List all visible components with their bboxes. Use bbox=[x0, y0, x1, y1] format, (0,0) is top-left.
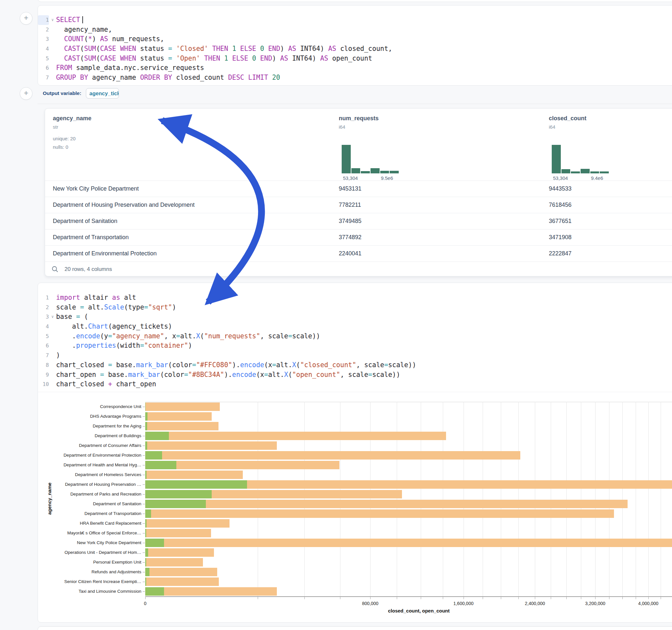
result-table-card: agency_namestrunique: 20nulls: 0num_requ… bbox=[45, 108, 672, 276]
line-number: 9 bbox=[38, 370, 49, 380]
code-text: import altair as alt bbox=[56, 293, 136, 303]
sql-cell: 1∨SELECT2 agency_name,3 COUNT(*) AS num_… bbox=[38, 5, 672, 86]
cell-num-requests: 7782211 bbox=[339, 201, 361, 209]
code-line[interactable]: 10chart_closed + chart_open bbox=[38, 380, 672, 389]
table-row[interactable]: Department of Transportation377489234719… bbox=[45, 229, 672, 246]
code-text: alt.Chart(agency_tickets) bbox=[56, 322, 172, 332]
fold-chevron-icon[interactable]: ∨ bbox=[49, 15, 56, 25]
code-line[interactable]: 1∨SELECT bbox=[38, 15, 672, 25]
fold-gutter bbox=[49, 370, 56, 380]
column-type: str bbox=[53, 124, 58, 130]
cell-num-requests: 3749485 bbox=[339, 218, 361, 224]
output-variable-chip[interactable]: agency_tickets bbox=[86, 88, 119, 98]
search-icon[interactable] bbox=[51, 266, 59, 273]
cell-closed-count: 3471908 bbox=[549, 234, 572, 241]
table-row[interactable]: Department of Housing Preservation and D… bbox=[45, 197, 672, 213]
table-row[interactable]: Department of Environmental Protection22… bbox=[45, 245, 672, 262]
table-bottom-rule bbox=[45, 262, 672, 262]
cell-agency-name: Department of Sanitation bbox=[53, 218, 117, 224]
add-cell-button-top[interactable]: + bbox=[20, 12, 32, 25]
cell-num-requests: 2240041 bbox=[339, 250, 361, 257]
line-number: 6 bbox=[38, 63, 49, 73]
fold-gutter bbox=[49, 322, 56, 332]
code-line[interactable]: 2 agency_name, bbox=[38, 25, 672, 35]
python-editor[interactable]: 1import altair as alt2scale = alt.Scale(… bbox=[38, 283, 672, 389]
code-text: .properties(width="container") bbox=[56, 341, 192, 350]
column-stat: nulls: 0 bbox=[53, 144, 68, 150]
code-line[interactable]: 3∨base = ( bbox=[38, 312, 672, 322]
cell-num-requests: 9453131 bbox=[339, 185, 361, 192]
code-text: chart_closed = base.mark_bar(color="#FFC… bbox=[56, 360, 416, 370]
histogram-max-label: 9.5e6 bbox=[381, 175, 393, 181]
previous-cell-edge bbox=[38, 0, 672, 2]
line-number: 1 bbox=[38, 293, 49, 303]
code-line[interactable]: 9chart_open = base.mark_bar(color="#8BC3… bbox=[38, 370, 672, 380]
code-line[interactable]: 8chart_closed = base.mark_bar(color="#FF… bbox=[38, 360, 672, 370]
cell-num-requests: 3774892 bbox=[339, 234, 361, 241]
fold-gutter bbox=[49, 73, 56, 83]
code-text: ) bbox=[56, 350, 60, 360]
code-line[interactable]: 5 .encode(y="agency_name", x=alt.X("num_… bbox=[38, 332, 672, 341]
fold-gutter bbox=[49, 380, 56, 389]
cell-agency-name: Department of Environmental Protection bbox=[53, 250, 157, 257]
code-text: COUNT(*) AS num_requests, bbox=[56, 34, 164, 44]
code-line[interactable]: 4 alt.Chart(agency_tickets) bbox=[38, 322, 672, 332]
code-line[interactable]: 7) bbox=[38, 350, 672, 360]
text-caret bbox=[82, 16, 83, 23]
line-number: 3 bbox=[38, 312, 49, 322]
code-line[interactable]: 6 .properties(width="container") bbox=[38, 341, 672, 350]
column-type: i64 bbox=[549, 124, 555, 130]
code-text: scale = alt.Scale(type="sqrt") bbox=[56, 303, 176, 312]
cell-agency-name: Department of Transportation bbox=[53, 234, 129, 241]
fold-gutter bbox=[49, 350, 56, 360]
histogram-min-label: 53,304 bbox=[343, 175, 358, 181]
fold-gutter bbox=[49, 25, 56, 35]
line-number: 5 bbox=[38, 54, 49, 64]
code-text: chart_open = base.mark_bar(color="#8BC34… bbox=[56, 370, 400, 380]
fold-chevron-icon[interactable]: ∨ bbox=[49, 312, 56, 322]
code-line[interactable]: 7GROUP BY agency_name ORDER BY closed_co… bbox=[38, 73, 672, 83]
code-line[interactable]: 3 COUNT(*) AS num_requests, bbox=[38, 34, 672, 44]
cell-agency-name: New York City Police Department bbox=[53, 185, 139, 192]
next-cell-edge bbox=[38, 626, 672, 630]
fold-gutter bbox=[49, 63, 56, 73]
histogram-min-label: 53,304 bbox=[553, 175, 568, 181]
add-cell-button-output[interactable]: + bbox=[20, 87, 32, 100]
column-title[interactable]: agency_name bbox=[53, 115, 91, 122]
code-line[interactable]: 4 CAST(SUM(CASE WHEN status = 'Closed' T… bbox=[38, 44, 672, 54]
code-line[interactable]: 1import altair as alt bbox=[38, 293, 672, 303]
line-number: 4 bbox=[38, 322, 49, 332]
line-number: 4 bbox=[38, 44, 49, 54]
code-text: CAST(SUM(CASE WHEN status = 'Open' THEN … bbox=[56, 54, 372, 64]
code-line[interactable]: 2scale = alt.Scale(type="sqrt") bbox=[38, 303, 672, 312]
code-line[interactable]: 5 CAST(SUM(CASE WHEN status = 'Open' THE… bbox=[38, 54, 672, 64]
line-number: 7 bbox=[38, 350, 49, 360]
sql-editor[interactable]: 1∨SELECT2 agency_name,3 COUNT(*) AS num_… bbox=[38, 5, 672, 83]
line-number: 7 bbox=[38, 73, 49, 83]
fold-gutter bbox=[49, 54, 56, 64]
line-number: 3 bbox=[38, 34, 49, 44]
line-number: 2 bbox=[38, 25, 49, 35]
code-text: SELECT bbox=[56, 15, 83, 25]
table-row[interactable]: Department of Sanitation37494853677651 bbox=[45, 213, 672, 229]
output-variable-row: Output variable: agency_tickets bbox=[43, 88, 119, 99]
column-title[interactable]: num_requests bbox=[339, 115, 379, 122]
code-line[interactable]: 6FROM sample_data.nyc.service_requests bbox=[38, 63, 672, 73]
cell-divider bbox=[38, 104, 672, 104]
code-text: chart_closed + chart_open bbox=[56, 380, 156, 389]
cell-closed-count: 3677651 bbox=[549, 218, 572, 224]
code-text: .encode(y="agency_name", x=alt.X("num_re… bbox=[56, 332, 320, 341]
column-histogram bbox=[342, 145, 399, 173]
line-number: 8 bbox=[38, 360, 49, 370]
cell-closed-count: 7618456 bbox=[549, 201, 572, 209]
editor-output-divider bbox=[38, 392, 672, 392]
table-row[interactable]: New York City Police Department945313194… bbox=[45, 180, 672, 197]
code-text: base = ( bbox=[56, 312, 88, 322]
line-number: 1 bbox=[38, 15, 49, 25]
cell-closed-count: 9443533 bbox=[549, 185, 572, 192]
column-title[interactable]: closed_count bbox=[549, 115, 586, 122]
column-histogram bbox=[552, 145, 609, 173]
fold-gutter bbox=[49, 332, 56, 341]
column-stat: unique: 20 bbox=[53, 136, 75, 141]
fold-gutter bbox=[49, 303, 56, 312]
